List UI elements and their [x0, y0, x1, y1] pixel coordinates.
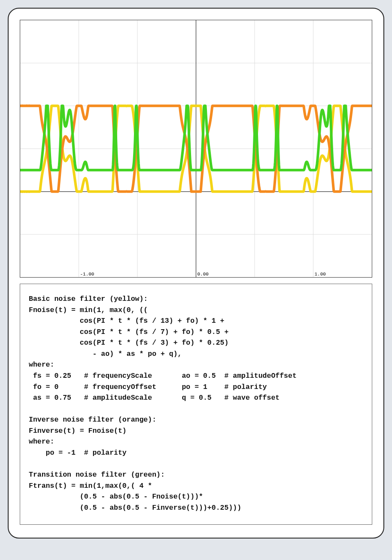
figure-card: 0.001.00-1.000.001.00 Basic noise filter…	[8, 8, 384, 539]
x-tick-label: -1.00	[80, 272, 94, 277]
x-tick-label: 0.00	[197, 272, 208, 277]
chart-plot: 0.001.00-1.000.001.00	[20, 20, 372, 278]
chart-svg: 0.001.00-1.000.001.00	[20, 20, 372, 277]
formula-description: Basic noise filter (yellow): Fnoise(t) =…	[20, 284, 372, 525]
x-tick-label: 1.00	[314, 272, 325, 277]
